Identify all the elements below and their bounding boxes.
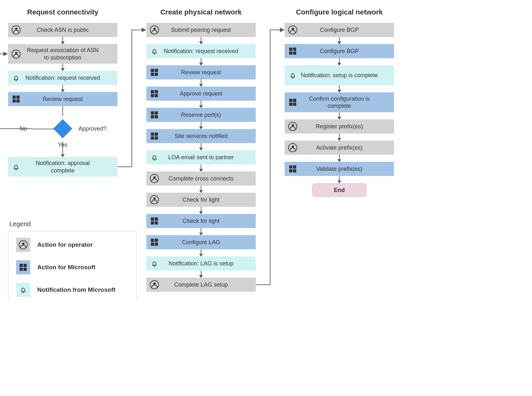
flow-step: Confirm configuration is complete	[285, 92, 394, 112]
flow-step: Register prefix(es)	[285, 119, 394, 134]
step-label: Notification: LAG is setup	[162, 260, 252, 267]
flow-step: Site services notified	[146, 129, 256, 143]
arrow-down-icon	[62, 37, 63, 44]
step-label: Confirm configuration is complete	[301, 95, 391, 110]
column-title: Create physical network	[160, 8, 242, 16]
connector-line	[62, 106, 63, 116]
flowchart: Request connectivity Check ASN is public…	[8, 8, 524, 292]
bell-icon	[8, 163, 24, 170]
flow-step: Complete LAG setup	[146, 278, 256, 292]
microsoft-icon	[146, 69, 162, 76]
step-label: Configure BGP	[301, 48, 391, 55]
arrow-down-icon	[201, 79, 201, 87]
arrow-down-icon	[339, 85, 340, 92]
legend-box: Action for operator Action for Microsoft…	[8, 231, 137, 300]
operator-icon	[146, 280, 162, 289]
flow-step: Check for light	[146, 214, 256, 228]
decision-question-label: Approved?	[78, 125, 106, 132]
flow-step: Validate prefix(es)	[285, 162, 394, 176]
arrow-down-icon	[201, 143, 201, 150]
arrow-down-icon	[339, 37, 340, 44]
flow-step: Notification: setup is complete	[285, 65, 394, 85]
arrow-down-icon	[339, 134, 340, 141]
arrow-down-icon	[339, 176, 340, 183]
notification-icon	[285, 72, 301, 79]
flow-step: Approve request	[146, 87, 256, 101]
step-label: Reserve port(s)	[162, 111, 252, 119]
arrow-down-icon	[201, 164, 201, 171]
operator-icon	[8, 50, 24, 59]
notification-icon	[146, 154, 162, 161]
step-label: Site services notified	[162, 133, 252, 140]
column-configure-logical-network: Configure logical network Configure BGP …	[285, 8, 394, 197]
operator-icon	[146, 195, 162, 204]
operator-icon	[285, 122, 301, 131]
connector-line	[31, 129, 54, 129]
end-label: End	[334, 187, 345, 194]
microsoft-icon	[146, 217, 162, 225]
column-steps: Submit peering request Notification: req…	[146, 23, 256, 292]
flow-step: Configure LAG	[146, 235, 256, 249]
step-label: Review request	[162, 69, 252, 76]
flow-step: Submit peering request	[146, 23, 256, 37]
legend-title: Legend	[8, 220, 137, 228]
step-label: Notification: setup is complete	[301, 72, 391, 79]
step-label: Approve request	[162, 90, 252, 97]
flow-step: Notification: LAG is setup	[146, 256, 256, 271]
step-label: Configure BGP	[301, 26, 391, 34]
legend-label: Notification from Microsoft	[37, 286, 115, 293]
microsoft-icon	[285, 48, 301, 55]
legend-label: Action for Microsoft	[37, 264, 96, 271]
arrow-down-icon	[62, 64, 63, 71]
decision-approved: No Approved? Yes	[8, 116, 117, 142]
arrow-down-icon	[339, 112, 340, 119]
operator-icon	[146, 25, 162, 34]
column-request-connectivity: Request connectivity Check ASN is public…	[8, 8, 117, 177]
flow-step: Reserve port(s)	[146, 108, 256, 122]
arrow-down-icon	[201, 58, 201, 65]
step-label: Validate prefix(es)	[301, 165, 391, 173]
operator-icon	[16, 238, 30, 252]
column-title: Request connectivity	[27, 8, 98, 16]
arrow-down-icon	[62, 85, 63, 92]
step-label: Check for light	[162, 196, 252, 204]
flow-step: Complete cross connects	[146, 171, 256, 186]
step-label: Configure LAG	[162, 239, 252, 246]
arrow-down-icon	[339, 155, 340, 162]
operator-icon	[285, 25, 301, 34]
end-node: End	[312, 183, 367, 197]
arrow-down-icon	[201, 37, 201, 44]
microsoft-icon	[285, 99, 301, 106]
decision-no-label: No	[20, 125, 27, 132]
notification-icon	[146, 48, 162, 55]
arrow-down-icon	[201, 271, 201, 278]
flow-step: Review request	[146, 65, 256, 79]
microsoft-icon	[146, 239, 162, 246]
step-request-association: Request association of ASN to subscripti…	[8, 44, 117, 64]
flow-step: Check for light	[146, 193, 256, 207]
operator-icon	[146, 174, 162, 183]
bell-icon	[8, 74, 24, 81]
arrow-down-icon	[201, 101, 201, 108]
step-label: Review request	[24, 96, 114, 103]
flow-step: Activate prefix(es)	[285, 141, 394, 155]
step-check-asn: Check ASN is public	[8, 23, 117, 37]
legend-item-notification: Notification from Microsoft	[16, 283, 129, 297]
step-label: Check for light	[162, 217, 252, 225]
arrow-down-icon	[201, 228, 201, 235]
step-notif-approval: Notification: approval complete	[8, 157, 117, 177]
microsoft-icon	[16, 260, 30, 274]
step-label: Notification: approval complete	[24, 160, 114, 174]
step-label: Submit peering request	[162, 26, 252, 34]
step-label: LOA email sent to partner	[162, 154, 252, 161]
notification-icon	[146, 260, 162, 267]
microsoft-icon	[146, 111, 162, 118]
step-label: Complete LAG setup	[162, 281, 252, 289]
arrow-down-icon	[201, 249, 201, 256]
bell-icon	[16, 283, 30, 297]
operator-icon	[285, 143, 301, 152]
column-title: Configure logical network	[296, 8, 383, 16]
step-label: Notification: request received	[24, 74, 114, 82]
arrow-down-icon	[339, 58, 340, 65]
column-create-physical-network: Create physical network Submit peering r…	[146, 8, 256, 292]
